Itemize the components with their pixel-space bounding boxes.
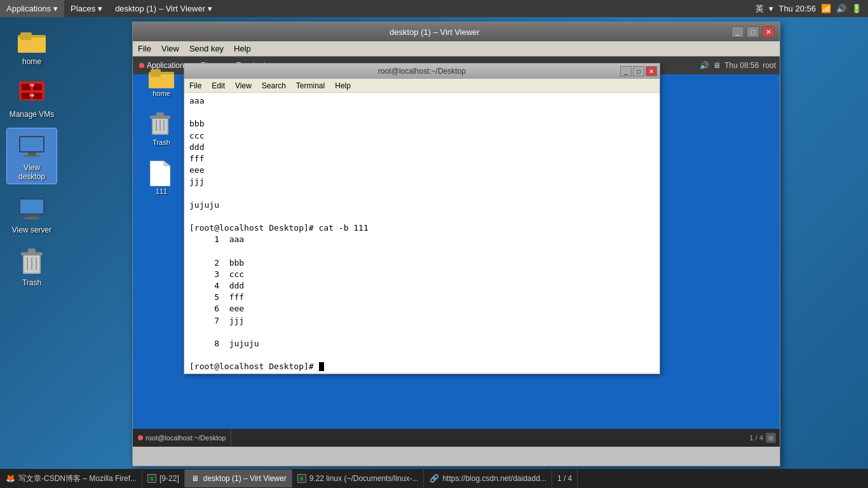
terminal-maximize-button[interactable]: □	[633, 66, 644, 76]
svg-rect-7	[33, 93, 42, 99]
vm-desktop-area: Applications Places Terminal 🔊 🖥 Thu 08:…	[133, 57, 780, 447]
manage-vms-icon: VM VM	[17, 78, 47, 108]
virt-window-title: desktop (1) – Virt Viewer	[138, 27, 731, 37]
trash-icon-host	[17, 246, 47, 276]
vm-icon-111[interactable]: 111	[139, 158, 184, 198]
applications-arrow: ▾	[53, 4, 58, 13]
view-server-icon-label: View server	[12, 226, 51, 234]
taskbar-item-csdn-link[interactable]: 🔗 https://blog.csdn.net/daidadd...	[424, 470, 552, 487]
vm-taskbar-terminal[interactable]: root@localhost:~/Desktop	[133, 430, 231, 446]
manage-vms-icon-label: Manage VMs	[10, 110, 55, 119]
terminal-window: root@localhost:~/Desktop _ □ ✕ File Edit…	[184, 63, 660, 374]
svg-rect-5	[33, 84, 42, 90]
view-server-icon	[17, 193, 47, 224]
vm-icon-home[interactable]: home	[139, 63, 184, 100]
volume-icon: 🔊	[836, 4, 846, 13]
linux-docs-icon: $	[297, 474, 306, 483]
svg-rect-31	[156, 112, 164, 117]
vm-page-icon[interactable]: ⊞	[766, 433, 776, 443]
battery-icon: 🔋	[851, 4, 862, 13]
virt-close-button[interactable]: ✕	[762, 26, 775, 37]
terminal-menu-terminal[interactable]: Terminal	[291, 79, 330, 93]
host-topbar: Applications ▾ Places ▾ desktop (1) – Vi…	[0, 0, 868, 17]
vm-taskbar: root@localhost:~/Desktop 1 / 4 ⊞	[133, 429, 780, 447]
vm-home-folder-icon	[149, 65, 174, 88]
vm-trash-icon	[150, 112, 173, 137]
topbar-arrow: ▾	[769, 4, 773, 13]
view-desktop-icon	[17, 131, 47, 161]
svg-rect-2	[20, 32, 32, 40]
virt-menu-view[interactable]: View	[156, 41, 184, 57]
vm-trash-label: Trash	[153, 139, 170, 146]
vm-topbar-right: 🔊 🖥 Thu 08:56 root	[700, 61, 780, 70]
terminal-close-button[interactable]: ✕	[646, 66, 657, 76]
terminal-content[interactable]: aaa bbb ccc ddd fff eee jjj jujuju [root…	[184, 93, 660, 374]
vm-clock: Thu 08:56	[724, 61, 759, 70]
svg-rect-27	[151, 69, 161, 77]
desktop-icon-home[interactable]: home	[6, 22, 57, 69]
svg-rect-21	[28, 248, 36, 254]
taskbar-item-firefox[interactable]: 🦊 写文章-CSDN博客 – Mozilla Firef...	[0, 470, 142, 487]
virt-minimize-button[interactable]: _	[731, 26, 744, 37]
svg-rect-13	[24, 155, 39, 157]
terminal-title: root@localhost:~/Desktop	[378, 67, 466, 76]
host-window-menu[interactable]: desktop (1) – Virt Viewer ▾	[109, 0, 219, 17]
svg-rect-17	[24, 217, 39, 219]
home-icon-label: home	[22, 57, 41, 66]
vm-file-icon	[150, 161, 173, 186]
terminal-minimize-button[interactable]: _	[620, 66, 632, 76]
virt-viewer-window: desktop (1) – Virt Viewer _ □ ✕ File Vie…	[132, 22, 780, 466]
virt-window-controls: _ □ ✕	[731, 26, 775, 37]
host-taskbar: 🦊 写文章-CSDN博客 – Mozilla Firef... $ [9-22]…	[0, 469, 868, 488]
virt-viewer-taskbar-icon: 🖥	[190, 473, 200, 484]
vm-icons-sidebar: home Trash	[139, 63, 184, 198]
taskbar-item-linux-docs[interactable]: $ 9.22 linux (~/Documents/linux-...	[292, 470, 424, 487]
taskbar-item-virt-viewer[interactable]: 🖥 desktop (1) – Virt Viewer	[185, 470, 292, 487]
vm-page-indicator: 1 / 4	[750, 434, 763, 442]
svg-text:VM: VM	[29, 93, 34, 97]
desktop-icon-manage-vms[interactable]: VM VM Manage VMs	[6, 75, 57, 121]
svg-rect-15	[20, 200, 43, 214]
wifi-icon: 📶	[821, 4, 831, 13]
host-places-menu[interactable]: Places ▾	[64, 0, 109, 17]
terminal-menu-edit[interactable]: Edit	[207, 79, 230, 93]
vm-icon-trash[interactable]: Trash	[139, 109, 184, 149]
virt-maximize-button[interactable]: □	[747, 26, 759, 37]
places-arrow: ▾	[98, 4, 102, 13]
host-applications-menu[interactable]: Applications ▾	[0, 0, 64, 17]
taskbar-item-9-22[interactable]: $ [9-22]	[142, 470, 185, 487]
vm-volume-icon: 🔊	[700, 61, 709, 70]
terminal-menu-view[interactable]: View	[230, 79, 257, 93]
terminal-menubar: File Edit View Search Terminal Help	[184, 79, 660, 93]
taskbar-922-label: [9-22]	[159, 474, 179, 483]
svg-rect-16	[28, 215, 36, 217]
taskbar-page-count-label: 1 / 4	[557, 474, 572, 483]
taskbar-page-count[interactable]: 1 / 4	[552, 470, 578, 487]
taskbar-csdn-label: https://blog.csdn.net/daidadd...	[442, 474, 546, 483]
svg-rect-12	[28, 152, 36, 155]
virt-menu-file[interactable]: File	[133, 41, 156, 57]
terminal-output: aaa bbb ccc ddd fff eee jjj jujuju [root…	[189, 95, 654, 373]
host-topbar-left: Applications ▾ Places ▾ desktop (1) – Vi…	[0, 0, 219, 17]
terminal-menu-help[interactable]: Help	[330, 79, 356, 93]
desktop-icon-trash[interactable]: Trash	[6, 243, 57, 290]
terminal-taskbar-icon: $	[147, 474, 156, 483]
window-title-topbar: desktop (1) – Virt Viewer	[115, 4, 205, 13]
desktop-icon-view-server[interactable]: View server	[6, 191, 57, 237]
desktop-icon-view-desktop[interactable]: View desktop	[6, 128, 57, 184]
virt-menu-sendkey[interactable]: Send key	[184, 41, 229, 57]
host-desktop-icons: home VM VM Manage VMs View deskto	[6, 22, 57, 290]
virt-menubar: File View Send key Help	[133, 41, 780, 57]
terminal-menu-search[interactable]: Search	[257, 79, 291, 93]
virt-menu-help[interactable]: Help	[229, 41, 256, 57]
terminal-menu-file[interactable]: File	[184, 79, 207, 93]
vm-file-label: 111	[156, 187, 167, 195]
applications-label: Applications	[6, 4, 51, 13]
firefox-icon: 🦊	[5, 473, 15, 484]
terminal-cursor	[319, 362, 324, 371]
window-arrow: ▾	[208, 4, 212, 13]
language-indicator[interactable]: 英	[756, 3, 764, 15]
link-icon: 🔗	[429, 473, 439, 484]
vm-home-label: home	[153, 90, 170, 97]
clock: Thu 20:56	[778, 4, 816, 13]
